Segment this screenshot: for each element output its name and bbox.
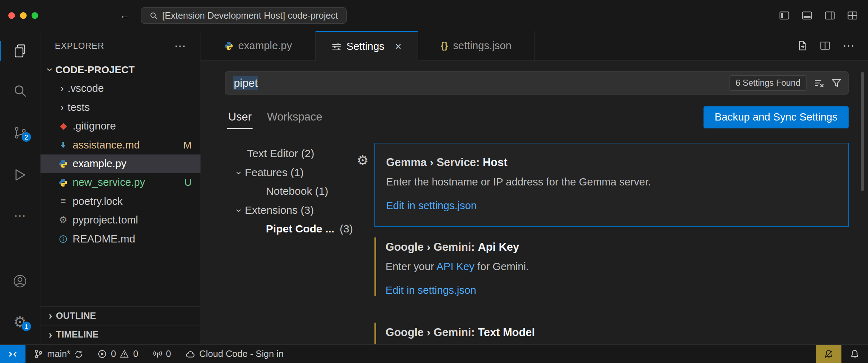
tree-item-new-service-py[interactable]: new_service.py U bbox=[41, 173, 201, 192]
tab-label: settings.json bbox=[453, 39, 512, 52]
vscode-window: ← → [Extension Development Host] code-pr… bbox=[0, 0, 868, 363]
close-window-button[interactable] bbox=[8, 12, 15, 19]
tree-item-pyproject-toml[interactable]: ⚙ pyproject.toml bbox=[41, 211, 201, 230]
toggle-panel-icon[interactable] bbox=[802, 10, 813, 21]
split-editor-icon[interactable] bbox=[820, 41, 830, 51]
zoom-window-button[interactable] bbox=[32, 12, 38, 19]
editor-group: example.py Settings × {} settings.json ⋯ bbox=[201, 31, 868, 344]
warnings-icon bbox=[120, 349, 129, 359]
radio-tower-icon bbox=[153, 349, 162, 359]
setting-google-gemini-text-model[interactable]: Google › Gemini: Text Model bbox=[374, 313, 849, 339]
filter-icon[interactable] bbox=[831, 78, 841, 88]
bell-icon bbox=[850, 349, 860, 359]
command-center-title: [Extension Development Host] code-projec… bbox=[162, 10, 338, 21]
settings-search-input[interactable]: pipet 6 Settings Found bbox=[225, 71, 848, 95]
toggle-primary-sidebar-icon[interactable] bbox=[779, 10, 790, 21]
tree-item-tests[interactable]: › tests bbox=[41, 98, 201, 117]
ports-count: 0 bbox=[166, 349, 171, 359]
errors-icon bbox=[98, 349, 107, 359]
bell-slash-icon bbox=[824, 349, 834, 359]
problems-status-item[interactable]: 0 0 bbox=[93, 345, 143, 363]
timeline-section-header[interactable]: › TIMELINE bbox=[41, 325, 201, 344]
tree-item-assistance-md[interactable]: assistance.md M bbox=[41, 136, 201, 154]
cloud-code-label: Cloud Code - Sign in bbox=[199, 349, 284, 359]
sidebar-title: EXPLORER bbox=[55, 41, 104, 51]
toc-item-extensions[interactable]: › Extensions (3) bbox=[233, 201, 367, 219]
notifications-status-item[interactable] bbox=[841, 345, 868, 363]
command-center[interactable]: [Extension Development Host] code-projec… bbox=[141, 7, 347, 24]
search-icon bbox=[149, 11, 158, 20]
sync-icon bbox=[74, 349, 83, 358]
scrollbar-thumb[interactable] bbox=[861, 72, 864, 191]
activity-bar: 2 ⋯ ⚙ 1 bbox=[0, 31, 41, 344]
customize-layout-icon[interactable] bbox=[847, 10, 858, 21]
scope-tab-user[interactable]: User bbox=[228, 111, 252, 123]
chevron-right-icon: › bbox=[56, 101, 67, 113]
run-debug-activity-icon[interactable] bbox=[0, 165, 40, 184]
workbench: 2 ⋯ ⚙ 1 EXPLORER ⋯ › CODE bbox=[0, 31, 868, 344]
toc-item-features[interactable]: › Features (1) bbox=[233, 163, 367, 182]
setting-description: Enter the hostname or IP address for the… bbox=[386, 175, 848, 189]
source-control-activity-icon[interactable]: 2 bbox=[0, 123, 40, 142]
more-actions-icon[interactable]: ⋯ bbox=[843, 39, 855, 52]
toc-item-text-editor[interactable]: Text Editor (2) bbox=[233, 144, 367, 162]
settings-gear-icon[interactable]: ⚙ 1 bbox=[0, 313, 40, 331]
tree-item-readme-md[interactable]: README.md bbox=[41, 230, 201, 248]
outline-section-header[interactable]: › OUTLINE bbox=[41, 306, 201, 325]
ports-status-item[interactable]: 0 bbox=[148, 345, 176, 363]
cloud-code-status-item[interactable]: Cloud Code - Sign in bbox=[181, 345, 289, 363]
do-not-disturb-status-item[interactable] bbox=[816, 345, 841, 363]
setting-title: Google › Gemini: Api Key bbox=[386, 240, 849, 254]
branch-status-item[interactable]: main* bbox=[29, 345, 88, 363]
tab-example-py[interactable]: example.py bbox=[201, 31, 316, 61]
tree-item-example-py[interactable]: example.py bbox=[41, 155, 201, 173]
layout-controls bbox=[779, 10, 858, 21]
setting-google-gemini-api-key[interactable]: Google › Gemini: Api Key Enter your API … bbox=[374, 228, 849, 298]
tree-root-code-project[interactable]: › CODE-PROJECT bbox=[41, 60, 201, 79]
scope-tab-workspace[interactable]: Workspace bbox=[267, 111, 322, 123]
toc-item-notebook[interactable]: Notebook (1) bbox=[233, 182, 367, 200]
selected-text: pipet bbox=[233, 76, 258, 90]
source-control-badge: 2 bbox=[22, 132, 31, 142]
chevron-down-icon: › bbox=[44, 64, 56, 75]
clear-filters-icon[interactable] bbox=[814, 78, 824, 88]
toc-item-pipet-code[interactable]: Pipet Code ... (3) bbox=[233, 219, 367, 238]
backup-sync-settings-button[interactable]: Backup and Sync Settings bbox=[704, 106, 849, 128]
sidebar-header: EXPLORER ⋯ bbox=[41, 31, 201, 60]
edit-in-settings-json-link[interactable]: Edit in settings.json bbox=[386, 283, 476, 298]
tab-settings[interactable]: Settings × bbox=[316, 31, 418, 61]
settings-sliders-icon bbox=[332, 42, 341, 51]
explorer-activity-icon[interactable] bbox=[0, 42, 40, 60]
git-modified-badge: M bbox=[183, 139, 192, 151]
tab-label: Settings bbox=[346, 41, 384, 53]
more-views-icon[interactable]: ⋯ bbox=[0, 207, 40, 225]
settings-editor: pipet 6 Settings Found User Workspace Ba… bbox=[201, 61, 868, 344]
edit-in-settings-json-link[interactable]: Edit in settings.json bbox=[386, 199, 477, 213]
tab-settings-json[interactable]: {} settings.json bbox=[418, 31, 535, 61]
tree-item-vscode[interactable]: › .vscode bbox=[41, 79, 201, 98]
close-tab-icon[interactable]: × bbox=[395, 41, 401, 52]
setting-gemma-service-host[interactable]: Gemma › Service: Host Enter the hostname… bbox=[374, 143, 849, 227]
status-bar: main* 0 0 0 Cloud Code - Sign in bbox=[0, 344, 868, 363]
setting-title: Gemma › Service: Host bbox=[386, 155, 848, 169]
search-text: pipet bbox=[233, 77, 722, 89]
search-activity-icon[interactable] bbox=[0, 81, 40, 100]
remote-indicator[interactable] bbox=[0, 345, 25, 363]
setting-row-gear-icon[interactable]: ⚙ bbox=[357, 153, 369, 168]
open-changes-icon[interactable] bbox=[797, 41, 807, 51]
explorer-more-actions-icon[interactable]: ⋯ bbox=[174, 39, 186, 52]
toml-file-icon: ⚙ bbox=[59, 216, 68, 225]
back-icon[interactable]: ← bbox=[120, 9, 130, 22]
tree-item-poetry-lock[interactable]: ≡ poetry.lock bbox=[41, 192, 201, 211]
minimize-window-button[interactable] bbox=[20, 12, 27, 19]
account-icon[interactable] bbox=[0, 272, 40, 291]
chevron-right-icon: › bbox=[56, 82, 67, 95]
tab-label: example.py bbox=[238, 39, 292, 52]
api-key-link[interactable]: API Key bbox=[437, 261, 475, 272]
toggle-secondary-sidebar-icon[interactable] bbox=[824, 10, 835, 21]
active-scope-underline bbox=[227, 128, 253, 129]
python-file-icon bbox=[59, 178, 68, 187]
tree-item-gitignore[interactable]: .gitignore bbox=[41, 117, 201, 136]
chevron-right-icon: › bbox=[45, 329, 56, 341]
error-count: 0 bbox=[111, 349, 116, 359]
